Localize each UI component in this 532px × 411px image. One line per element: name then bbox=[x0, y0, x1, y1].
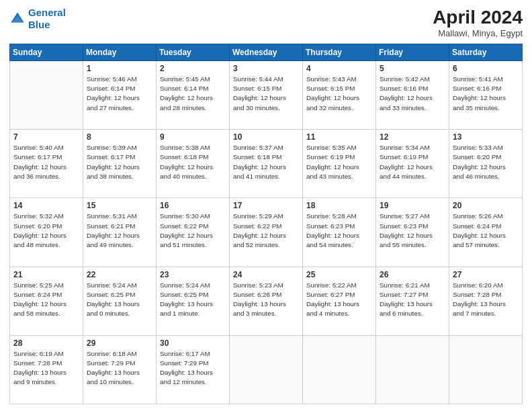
calendar-table: SundayMondayTuesdayWednesdayThursdayFrid… bbox=[9, 44, 523, 404]
logo-icon bbox=[9, 11, 26, 27]
day-number: 7 bbox=[13, 132, 79, 142]
calendar-cell: 23Sunrise: 5:24 AM Sunset: 6:25 PM Dayli… bbox=[157, 267, 230, 335]
day-header-monday: Monday bbox=[83, 44, 157, 61]
day-info: Sunrise: 5:22 AM Sunset: 6:27 PM Dayligh… bbox=[306, 281, 372, 319]
day-info: Sunrise: 5:24 AM Sunset: 6:25 PM Dayligh… bbox=[87, 281, 152, 319]
calendar-cell bbox=[230, 335, 303, 404]
day-info: Sunrise: 5:41 AM Sunset: 6:16 PM Dayligh… bbox=[453, 75, 519, 113]
calendar-cell: 30Sunrise: 6:17 AM Sunset: 7:29 PM Dayli… bbox=[157, 335, 230, 404]
day-info: Sunrise: 5:23 AM Sunset: 6:26 PM Dayligh… bbox=[233, 281, 299, 319]
main-title: April 2024 bbox=[433, 7, 523, 28]
day-number: 26 bbox=[380, 270, 445, 279]
day-number: 24 bbox=[233, 270, 299, 279]
calendar-cell: 22Sunrise: 5:24 AM Sunset: 6:25 PM Dayli… bbox=[83, 267, 157, 335]
day-number: 21 bbox=[13, 270, 79, 279]
day-header-thursday: Thursday bbox=[303, 44, 376, 61]
day-number: 9 bbox=[160, 132, 226, 142]
day-info: Sunrise: 5:28 AM Sunset: 6:23 PM Dayligh… bbox=[306, 212, 372, 250]
day-info: Sunrise: 5:27 AM Sunset: 6:23 PM Dayligh… bbox=[380, 212, 445, 250]
calendar-cell: 13Sunrise: 5:33 AM Sunset: 6:20 PM Dayli… bbox=[449, 130, 523, 198]
day-number: 10 bbox=[233, 132, 299, 142]
day-info: Sunrise: 6:19 AM Sunset: 7:28 PM Dayligh… bbox=[13, 349, 79, 387]
day-info: Sunrise: 6:17 AM Sunset: 7:29 PM Dayligh… bbox=[160, 349, 226, 387]
day-number: 27 bbox=[453, 270, 519, 279]
day-info: Sunrise: 5:34 AM Sunset: 6:19 PM Dayligh… bbox=[380, 143, 445, 181]
day-info: Sunrise: 5:46 AM Sunset: 6:14 PM Dayligh… bbox=[87, 75, 152, 113]
day-number: 14 bbox=[13, 201, 79, 210]
day-info: Sunrise: 5:37 AM Sunset: 6:18 PM Dayligh… bbox=[233, 143, 299, 181]
calendar-cell: 24Sunrise: 5:23 AM Sunset: 6:26 PM Dayli… bbox=[230, 267, 303, 335]
calendar-cell: 17Sunrise: 5:29 AM Sunset: 6:22 PM Dayli… bbox=[230, 198, 303, 267]
calendar-week-4: 21Sunrise: 5:25 AM Sunset: 6:24 PM Dayli… bbox=[10, 267, 523, 335]
calendar-cell: 14Sunrise: 5:32 AM Sunset: 6:20 PM Dayli… bbox=[10, 198, 83, 267]
day-info: Sunrise: 5:38 AM Sunset: 6:18 PM Dayligh… bbox=[160, 143, 226, 181]
day-header-saturday: Saturday bbox=[449, 44, 523, 61]
page: General Blue April 2024 Mallawi, Minya, … bbox=[0, 0, 532, 411]
calendar-cell: 10Sunrise: 5:37 AM Sunset: 6:18 PM Dayli… bbox=[230, 130, 303, 198]
day-number: 6 bbox=[453, 64, 519, 73]
calendar-week-2: 7Sunrise: 5:40 AM Sunset: 6:17 PM Daylig… bbox=[10, 130, 523, 198]
day-number: 23 bbox=[160, 270, 226, 279]
day-number: 16 bbox=[160, 201, 226, 210]
subtitle: Mallawi, Minya, Egypt bbox=[433, 28, 523, 38]
day-header-wednesday: Wednesday bbox=[230, 44, 303, 61]
day-info: Sunrise: 5:32 AM Sunset: 6:20 PM Dayligh… bbox=[13, 212, 79, 250]
day-number: 29 bbox=[87, 338, 152, 348]
day-number: 2 bbox=[160, 64, 226, 73]
calendar-cell bbox=[10, 61, 83, 130]
day-number: 11 bbox=[306, 132, 372, 142]
day-number: 28 bbox=[13, 338, 79, 348]
calendar-cell: 8Sunrise: 5:39 AM Sunset: 6:17 PM Daylig… bbox=[83, 130, 157, 198]
day-info: Sunrise: 6:21 AM Sunset: 7:27 PM Dayligh… bbox=[380, 281, 445, 319]
calendar-cell: 29Sunrise: 6:18 AM Sunset: 7:29 PM Dayli… bbox=[83, 335, 157, 404]
day-info: Sunrise: 5:31 AM Sunset: 6:21 PM Dayligh… bbox=[87, 212, 152, 250]
calendar-header-row: SundayMondayTuesdayWednesdayThursdayFrid… bbox=[10, 44, 523, 61]
title-block: April 2024 Mallawi, Minya, Egypt bbox=[433, 7, 523, 38]
day-number: 8 bbox=[87, 132, 152, 142]
day-number: 5 bbox=[380, 64, 445, 73]
calendar-week-3: 14Sunrise: 5:32 AM Sunset: 6:20 PM Dayli… bbox=[10, 198, 523, 267]
calendar-cell: 16Sunrise: 5:30 AM Sunset: 6:22 PM Dayli… bbox=[157, 198, 230, 267]
calendar-cell: 21Sunrise: 5:25 AM Sunset: 6:24 PM Dayli… bbox=[10, 267, 83, 335]
day-info: Sunrise: 6:20 AM Sunset: 7:28 PM Dayligh… bbox=[453, 281, 519, 319]
calendar-cell: 15Sunrise: 5:31 AM Sunset: 6:21 PM Dayli… bbox=[83, 198, 157, 267]
calendar-cell bbox=[449, 335, 523, 404]
calendar-cell: 25Sunrise: 5:22 AM Sunset: 6:27 PM Dayli… bbox=[303, 267, 376, 335]
day-number: 1 bbox=[87, 64, 152, 73]
calendar-cell: 11Sunrise: 5:35 AM Sunset: 6:19 PM Dayli… bbox=[303, 130, 376, 198]
day-info: Sunrise: 5:24 AM Sunset: 6:25 PM Dayligh… bbox=[160, 281, 226, 319]
day-info: Sunrise: 5:29 AM Sunset: 6:22 PM Dayligh… bbox=[233, 212, 299, 250]
calendar-cell: 19Sunrise: 5:27 AM Sunset: 6:23 PM Dayli… bbox=[376, 198, 449, 267]
calendar-cell bbox=[303, 335, 376, 404]
day-info: Sunrise: 5:43 AM Sunset: 6:15 PM Dayligh… bbox=[306, 75, 372, 113]
day-info: Sunrise: 5:39 AM Sunset: 6:17 PM Dayligh… bbox=[87, 143, 152, 181]
calendar-cell: 6Sunrise: 5:41 AM Sunset: 6:16 PM Daylig… bbox=[449, 61, 523, 130]
day-info: Sunrise: 5:40 AM Sunset: 6:17 PM Dayligh… bbox=[13, 143, 79, 181]
day-info: Sunrise: 5:25 AM Sunset: 6:24 PM Dayligh… bbox=[13, 281, 79, 319]
calendar-cell: 4Sunrise: 5:43 AM Sunset: 6:15 PM Daylig… bbox=[303, 61, 376, 130]
calendar-cell: 7Sunrise: 5:40 AM Sunset: 6:17 PM Daylig… bbox=[10, 130, 83, 198]
day-info: Sunrise: 5:44 AM Sunset: 6:15 PM Dayligh… bbox=[233, 75, 299, 113]
calendar-cell: 3Sunrise: 5:44 AM Sunset: 6:15 PM Daylig… bbox=[230, 61, 303, 130]
calendar-cell: 5Sunrise: 5:42 AM Sunset: 6:16 PM Daylig… bbox=[376, 61, 449, 130]
calendar-cell: 18Sunrise: 5:28 AM Sunset: 6:23 PM Dayli… bbox=[303, 198, 376, 267]
calendar-cell: 2Sunrise: 5:45 AM Sunset: 6:14 PM Daylig… bbox=[157, 61, 230, 130]
header: General Blue April 2024 Mallawi, Minya, … bbox=[9, 7, 523, 38]
day-info: Sunrise: 5:33 AM Sunset: 6:20 PM Dayligh… bbox=[453, 143, 519, 181]
calendar-cell: 20Sunrise: 5:26 AM Sunset: 6:24 PM Dayli… bbox=[449, 198, 523, 267]
day-number: 4 bbox=[306, 64, 372, 73]
day-number: 18 bbox=[306, 201, 372, 210]
day-number: 17 bbox=[233, 201, 299, 210]
day-number: 30 bbox=[160, 338, 226, 348]
day-header-sunday: Sunday bbox=[10, 44, 83, 61]
calendar-cell bbox=[376, 335, 449, 404]
day-header-friday: Friday bbox=[376, 44, 449, 61]
day-number: 22 bbox=[87, 270, 152, 279]
logo-line2: Blue bbox=[28, 19, 66, 31]
calendar-cell: 27Sunrise: 6:20 AM Sunset: 7:28 PM Dayli… bbox=[449, 267, 523, 335]
logo: General Blue bbox=[9, 7, 66, 31]
day-number: 13 bbox=[453, 132, 519, 142]
calendar-cell: 1Sunrise: 5:46 AM Sunset: 6:14 PM Daylig… bbox=[83, 61, 157, 130]
calendar-week-1: 1Sunrise: 5:46 AM Sunset: 6:14 PM Daylig… bbox=[10, 61, 523, 130]
calendar-cell: 9Sunrise: 5:38 AM Sunset: 6:18 PM Daylig… bbox=[157, 130, 230, 198]
